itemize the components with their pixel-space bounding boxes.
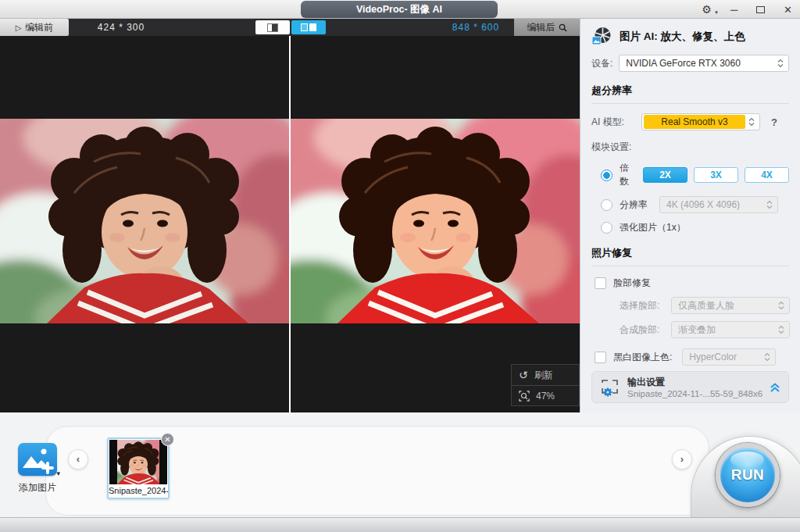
add-image-button[interactable]: ▾ (18, 443, 57, 476)
section-super-resolution: 超分辨率 (591, 84, 789, 104)
play-icon: ▷ (16, 23, 22, 32)
refresh-control[interactable]: ↺ 刷新 (512, 365, 579, 385)
compare-view-icon (301, 23, 308, 31)
blend-face-value: 渐变叠加 (678, 323, 778, 337)
updown-chevron-icon (748, 117, 755, 127)
scale-label: 倍数 (620, 162, 631, 188)
thumbnail-card[interactable]: Snipaste_2024-1 ✕ (107, 437, 170, 499)
blend-face-label: 合成脸部: (620, 323, 665, 337)
colorize-label: 黑白图像上色: (613, 351, 672, 364)
updown-chevron-icon (766, 200, 773, 209)
colorize-select[interactable]: HyperColor (682, 348, 776, 366)
viewer-toolbar: ▷ 编辑前 424 * 300 848 * 600 编辑后 (0, 19, 580, 36)
next-thumbnails-button[interactable]: › (672, 449, 692, 470)
resolution-label: 分辨率 (620, 198, 648, 212)
colorize-value: HyperColor (689, 352, 764, 362)
module-settings-label: 模块设置: (591, 141, 789, 154)
compare-view-button[interactable] (291, 20, 326, 34)
viewer-overlay: ↺ 刷新 47% (511, 364, 580, 406)
output-filename: Snipaste_2024-11-...55-59_848x600.png (627, 389, 762, 398)
zoom-control[interactable]: 47% (512, 385, 579, 405)
updown-chevron-icon (764, 352, 770, 362)
blend-face-select[interactable]: 渐变叠加 (671, 321, 790, 338)
model-help-button[interactable]: ? (771, 116, 777, 128)
select-face-label: 选择脸部: (620, 299, 665, 312)
ai-model-value: Real Smooth v3 (644, 115, 745, 129)
ai-model-label: AI 模型: (591, 116, 637, 129)
before-image (0, 119, 289, 323)
view-mode-toggle (255, 20, 326, 34)
close-button[interactable]: ✕ (784, 4, 792, 16)
thumbnail-filename: Snipaste_2024-1 (109, 485, 168, 498)
tab-before-label: 编辑前 (25, 21, 53, 34)
settings-gear-icon[interactable]: ⚙▾ (702, 3, 712, 16)
resolution-select[interactable]: 4K (4096 X 4096) (659, 196, 778, 213)
face-repair-label: 脸部修复 (613, 277, 651, 290)
resolution-value: 4K (4096 X 4096) (666, 199, 766, 210)
select-face-select[interactable]: 仅高质量人脸 (671, 297, 790, 314)
thumbnail-image (109, 440, 167, 484)
before-image-pane[interactable] (0, 36, 289, 412)
prev-thumbnails-button[interactable]: ‹ (68, 449, 88, 470)
device-select[interactable]: NVIDIA GeForce RTX 3060 (619, 55, 789, 72)
zoom-level: 47% (536, 391, 555, 402)
tab-before-edit[interactable]: ▷ 编辑前 (0, 19, 69, 36)
colorize-checkbox[interactable] (595, 352, 606, 363)
updown-chevron-icon (777, 59, 784, 68)
refresh-icon: ↺ (519, 370, 528, 380)
run-button[interactable]: RUN (716, 443, 780, 507)
face-repair-checkbox[interactable] (595, 277, 606, 289)
enhance-label: 强化图片（1x） (620, 221, 686, 234)
gear-caret-icon: ▾ (715, 9, 718, 16)
device-value: NVIDIA GeForce RTX 3060 (626, 58, 777, 69)
output-settings-title: 输出设置 (627, 376, 762, 389)
select-face-value: 仅高质量人脸 (678, 299, 778, 312)
maximize-button[interactable] (756, 6, 765, 13)
updown-chevron-icon (778, 301, 784, 310)
scale-4x-button[interactable]: 4X (745, 167, 789, 183)
sidebar-title: 图片 AI: 放大、修复、上色 (620, 30, 745, 44)
magnifier-icon (559, 23, 567, 32)
settings-sidebar: 图片 AI: 放大、修复、上色 设备: NVIDIA GeForce RTX 3… (580, 19, 800, 412)
single-view-icon (267, 23, 278, 32)
add-image-icon (18, 443, 57, 476)
section-photo-repair: 照片修复 (591, 246, 789, 266)
tab-after-label: 编辑后 (527, 21, 555, 34)
scale-2x-button[interactable]: 2X (643, 167, 688, 183)
after-image (291, 119, 580, 323)
status-strip (0, 517, 800, 532)
window-title: VideoProc- 图像 AI (301, 1, 498, 18)
app-window: VideoProc- 图像 AI ⚙▾ ─ ✕ ▷ 编辑前 424 * 300 (0, 0, 800, 532)
output-settings-icon (600, 378, 620, 397)
image-ai-icon (591, 27, 612, 46)
single-view-button[interactable] (255, 20, 290, 34)
refresh-label: 刷新 (534, 369, 553, 382)
resolution-radio[interactable] (601, 199, 612, 211)
add-image-caret-icon: ▾ (56, 470, 60, 477)
enhance-radio[interactable] (601, 222, 612, 234)
before-dimensions: 424 * 300 (74, 19, 168, 36)
image-viewer: ▷ 编辑前 424 * 300 848 * 600 编辑后 (0, 19, 580, 412)
media-tray: ▾ 添加图片 ‹ Snipaste_2024-1 ✕ › RUN (0, 412, 800, 517)
minimize-button[interactable]: ─ (730, 4, 738, 16)
output-settings-card[interactable]: 输出设置 Snipaste_2024-11-...55-59_848x600.p… (591, 371, 789, 403)
device-label: 设备: (591, 57, 612, 70)
updown-chevron-icon (778, 325, 784, 334)
titlebar: VideoProc- 图像 AI ⚙▾ ─ ✕ (0, 0, 800, 19)
collapse-chevrons-icon[interactable] (770, 382, 780, 393)
add-image-label: 添加图片 (15, 481, 60, 495)
scale-radio[interactable] (601, 170, 612, 181)
thumbnail-close-button[interactable]: ✕ (161, 433, 174, 446)
tab-after-edit[interactable]: 编辑后 (514, 19, 580, 36)
zoom-icon (519, 391, 530, 402)
after-dimensions: 848 * 600 (436, 19, 516, 36)
scale-3x-button[interactable]: 3X (694, 167, 738, 183)
after-image-pane[interactable] (291, 36, 580, 412)
ai-model-select[interactable]: Real Smooth v3 (641, 113, 760, 130)
